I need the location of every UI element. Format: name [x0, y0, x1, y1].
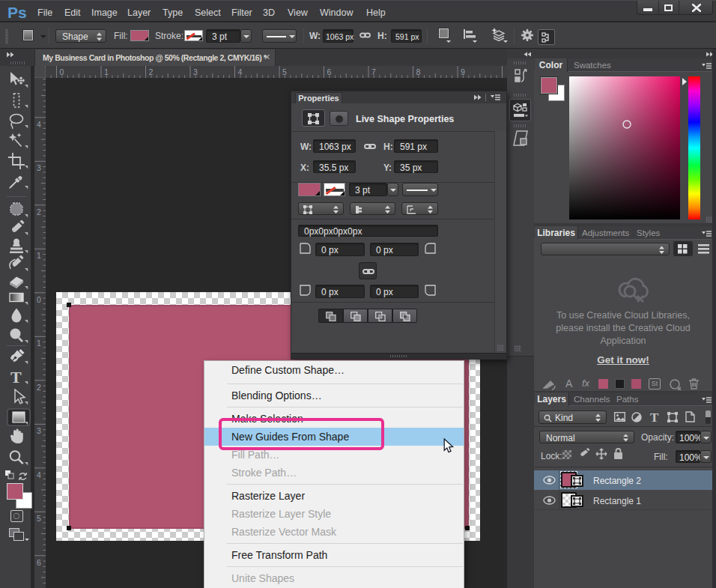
svg-text:8: 8: [416, 67, 421, 76]
svg-text:5: 5: [282, 67, 287, 76]
svg-text:4: 4: [37, 470, 41, 479]
svg-text:6: 6: [37, 558, 41, 567]
svg-text:0: 0: [37, 295, 41, 304]
svg-text:7: 7: [371, 67, 376, 76]
svg-text:T: T: [10, 368, 22, 387]
svg-text:3: 3: [37, 163, 41, 172]
svg-text:9: 9: [461, 67, 465, 76]
svg-text:2: 2: [149, 67, 154, 76]
svg-text:0: 0: [60, 67, 64, 76]
svg-text:3: 3: [193, 67, 198, 76]
svg-text:1: 1: [104, 67, 109, 76]
svg-text:4: 4: [238, 67, 243, 76]
svg-text:1: 1: [37, 339, 41, 348]
svg-text:4: 4: [37, 120, 41, 129]
svg-text:2: 2: [37, 207, 41, 216]
svg-text:3: 3: [37, 426, 41, 435]
svg-text:5: 5: [37, 514, 41, 523]
svg-text:1: 1: [37, 251, 41, 260]
svg-text:6: 6: [327, 67, 332, 76]
svg-text:2: 2: [37, 383, 41, 392]
